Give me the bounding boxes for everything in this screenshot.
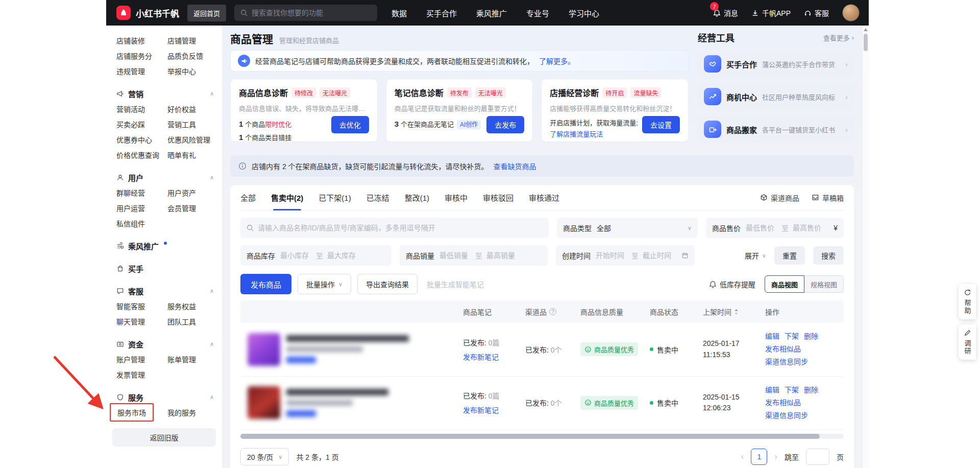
qianfan-app-button[interactable]: 千帆APP	[751, 8, 791, 18]
nav-chengfeng[interactable]: 乘风推广	[476, 8, 507, 18]
tool-opportunity-center[interactable]: 商机中心 社区用户种草热度风向标 ›	[698, 83, 854, 110]
global-search[interactable]	[234, 5, 377, 21]
drafts-button[interactable]: 草稿箱	[812, 193, 844, 203]
sidebar-item-good-price[interactable]: 好价权益	[167, 104, 218, 114]
chevron-up-icon[interactable]: ∧	[210, 394, 214, 401]
sidebar-item-marketing-tools[interactable]: 营销工具	[167, 119, 218, 129]
view-more-link[interactable]: 查看更多›	[823, 33, 854, 42]
publish-new-note-link[interactable]: 发布新笔记	[463, 353, 499, 361]
off-shelf-link[interactable]: 下架	[785, 332, 799, 340]
sidebar-item-service-market[interactable]: 服务市场	[116, 407, 167, 417]
tab-review-approved[interactable]: 审核通过	[529, 185, 559, 210]
censored-product-info[interactable]	[248, 333, 463, 366]
sidebar-section-marketing[interactable]: 营销 ∧	[106, 86, 222, 101]
sidebar-item-bill-manage[interactable]: 账单管理	[167, 354, 218, 364]
sidebar-item-violation[interactable]: 违规管理	[116, 66, 167, 76]
sidebar-item-trade-tips[interactable]: 买卖必踩	[116, 119, 167, 129]
sidebar-item-shop-decor[interactable]: 店铺装修	[116, 35, 167, 45]
sidebar-item-review-gift[interactable]: 晒单有礼	[167, 150, 218, 160]
sidebar-item-service-rights[interactable]: 服务权益	[167, 301, 218, 311]
batch-smart-notes-button[interactable]: 批量生成智能笔记	[427, 279, 484, 289]
sidebar-item-group-chat[interactable]: 群聊经营	[116, 188, 167, 198]
tab-review-rejected[interactable]: 审核驳回	[483, 185, 513, 210]
prev-page-button[interactable]: ‹	[741, 452, 744, 462]
censored-product-info[interactable]	[248, 386, 463, 419]
sales-max-input[interactable]	[486, 251, 518, 260]
sidebar-item-report-center[interactable]: 举报中心	[167, 66, 218, 76]
sidebar-item-member-manage[interactable]: 会员管理	[167, 203, 218, 213]
sidebar-item-coupon-center[interactable]: 优惠券中心	[116, 134, 167, 145]
time-start-input[interactable]	[596, 251, 627, 260]
export-results-button[interactable]: 导出查询结果	[357, 274, 418, 294]
back-to-old-version-button[interactable]: 返回旧版	[112, 428, 216, 447]
stock-range-filter[interactable]: 商品库存 至	[240, 245, 391, 266]
edit-link[interactable]: 编辑	[765, 386, 779, 394]
publish-product-button[interactable]: 发布商品	[240, 274, 291, 294]
sidebar-section-user[interactable]: 用户 ∧	[106, 170, 222, 185]
product-view-toggle[interactable]: 商品视图	[765, 275, 804, 293]
sidebar-section-customer-service[interactable]: 客服 ∧	[106, 283, 222, 298]
go-optimize-button[interactable]: 去优化	[331, 116, 369, 133]
keyword-search-box[interactable]	[240, 218, 549, 238]
sidebar-item-coupon-risk[interactable]: 优惠风险管理	[167, 134, 218, 145]
stock-min-input[interactable]	[280, 251, 312, 260]
sidebar-item-dm-widget[interactable]: 私信组件	[116, 218, 167, 228]
tab-all[interactable]: 全部	[240, 185, 256, 210]
sidebar-item-team-tools[interactable]: 团队工具	[167, 316, 218, 326]
search-button[interactable]: 搜索	[813, 246, 844, 265]
current-page-button[interactable]: 1	[751, 449, 767, 465]
channel-sync-link[interactable]: 渠道信息同步	[765, 411, 808, 419]
product-type-select[interactable]: 商品类型 全部 ∨	[557, 218, 698, 238]
tab-off-shelf[interactable]: 已下架(1)	[318, 185, 351, 210]
help-floating-button[interactable]: 帮助	[959, 284, 976, 319]
jump-page-input[interactable]	[806, 449, 829, 465]
sidebar-item-my-services[interactable]: 我的服务	[167, 407, 218, 417]
next-page-button[interactable]: ›	[774, 452, 777, 462]
tab-frozen[interactable]: 已冻结	[366, 185, 389, 210]
scroll-up-arrow-icon[interactable]	[864, 28, 868, 31]
survey-floating-button[interactable]: 调研	[959, 324, 976, 360]
sales-min-input[interactable]	[439, 251, 471, 260]
edit-link[interactable]: 编辑	[765, 332, 779, 340]
sidebar-item-invoice-manage[interactable]: 发票管理	[116, 369, 167, 380]
customer-service-button[interactable]: 客服	[804, 8, 829, 18]
delete-link[interactable]: 删除	[804, 386, 818, 394]
expand-filters-button[interactable]: 展开∨	[745, 250, 766, 261]
publish-new-note-link[interactable]: 发布新笔记	[463, 406, 499, 414]
col-time-header[interactable]: 上架时间	[703, 307, 765, 317]
scrollbar-thumb[interactable]	[240, 434, 820, 439]
create-time-filter[interactable]: 创建时间 至	[556, 245, 695, 266]
sidebar-section-buyer[interactable]: 买手	[106, 261, 222, 276]
page-size-select[interactable]: 20 条/页∨	[240, 448, 289, 465]
keyword-input[interactable]	[258, 224, 543, 232]
publish-similar-link[interactable]: 发布相似品	[765, 399, 801, 407]
batch-actions-button[interactable]: 批量操作∨	[298, 274, 351, 294]
nav-data[interactable]: 数据	[391, 8, 407, 18]
messages-button[interactable]: 7 消息	[713, 8, 738, 18]
sidebar-item-shop-manage[interactable]: 店铺管理	[167, 35, 218, 45]
chevron-up-icon[interactable]: ∧	[210, 341, 214, 347]
sidebar-item-user-assets[interactable]: 用户资产	[167, 188, 218, 198]
reset-button[interactable]: 重置	[774, 246, 805, 265]
sidebar-item-account-manage[interactable]: 账户管理	[116, 354, 167, 364]
sidebar-section-funds[interactable]: 资金 ∧	[106, 336, 222, 352]
sidebar-item-user-ops[interactable]: 用户运营	[116, 203, 167, 213]
off-shelf-link[interactable]: 下架	[785, 386, 799, 394]
banner-learn-more-link[interactable]: 了解更多。	[539, 56, 575, 66]
channel-goods-button[interactable]: 渠道商品	[760, 193, 799, 203]
channel-sync-link[interactable]: 渠道信息同步	[765, 358, 808, 366]
go-setup-button[interactable]: 去设置	[642, 116, 680, 133]
tab-in-review[interactable]: 审核中	[445, 185, 468, 210]
price-max-input[interactable]	[793, 224, 824, 232]
view-out-of-stock-link[interactable]: 查看缺货商品	[494, 161, 536, 171]
low-stock-alert-button[interactable]: 低库存提醒	[709, 279, 755, 289]
nav-buyer-coop[interactable]: 买手合作	[426, 8, 457, 18]
nav-learning[interactable]: 学习中心	[569, 8, 599, 18]
sidebar-item-smart-cs[interactable]: 智能客服	[116, 301, 167, 311]
tool-product-mover[interactable]: 商品搬家 各平台一键铺货至小红书 ›	[698, 115, 854, 143]
publish-similar-link[interactable]: 发布相似品	[765, 345, 801, 353]
sidebar-item-quality-feedback[interactable]: 品质负反馈	[167, 51, 218, 61]
chevron-up-icon[interactable]: ∧	[210, 174, 214, 181]
avatar[interactable]	[842, 4, 860, 21]
price-range-filter[interactable]: 商品售价 至 ¥	[706, 218, 844, 238]
